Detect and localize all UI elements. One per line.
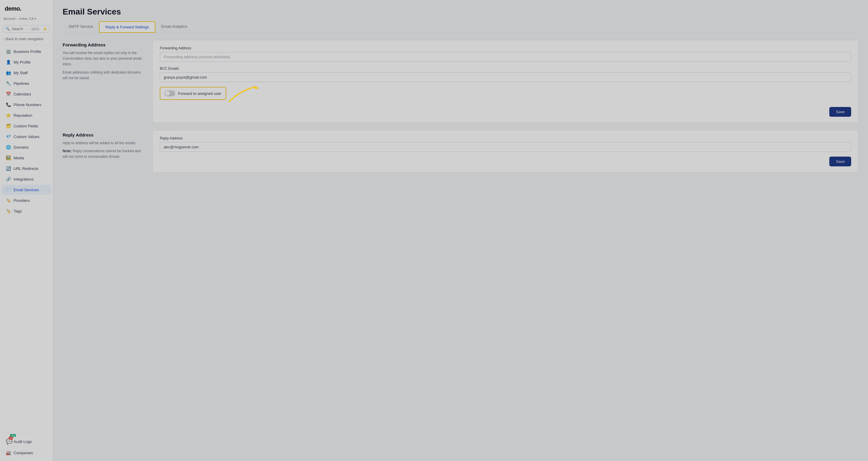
forwarding-card-footer: Save bbox=[160, 107, 851, 117]
new-badge: new bbox=[10, 434, 16, 437]
forwarding-address-group: Forwarding Address bbox=[160, 46, 851, 62]
yellow-arrow-annotation bbox=[226, 84, 259, 105]
account-label: Account -- Irvine, CA bbox=[4, 17, 33, 20]
sidebar-item-phone-numbers[interactable]: 📞 Phone Numbers bbox=[2, 99, 51, 110]
reply-address-section: Reply Address reply-to address will be a… bbox=[63, 130, 859, 173]
toggle-label: Forward to assigned user bbox=[178, 91, 221, 96]
reply-note: Note: Reply conversations cannot be trac… bbox=[63, 148, 145, 160]
back-nav-label: Back to main navigation bbox=[6, 37, 43, 41]
sidebar-bottom: 💬 12 new Audit Logs 🏭 Companies bbox=[0, 432, 53, 461]
companies-icon: 🏭 bbox=[6, 450, 11, 455]
content-area: Forwarding Address You will receive the … bbox=[53, 33, 868, 461]
sidebar-item-label: Tags bbox=[13, 209, 22, 213]
sidebar-item-my-staff[interactable]: 👥 My Staff bbox=[2, 68, 51, 78]
sidebar-item-label: Custom Values bbox=[13, 135, 39, 139]
reply-address-description: Reply Address reply-to address will be a… bbox=[63, 130, 145, 173]
reply-address-card: Reply Address Save bbox=[152, 130, 859, 173]
integrations-icon: 🔗 bbox=[6, 177, 11, 181]
sidebar-item-tags[interactable]: 🏷️ Tags bbox=[2, 206, 51, 216]
bcc-emails-label: BCC Emails bbox=[160, 66, 851, 70]
back-nav[interactable]: ‹ Back to main navigation bbox=[0, 35, 53, 44]
pipelines-icon: 🔧 bbox=[6, 81, 11, 86]
reply-address-label: Reply Address bbox=[160, 136, 851, 140]
sidebar-item-my-profile[interactable]: 👤 My Profile bbox=[2, 57, 51, 67]
reply-address-input[interactable] bbox=[160, 142, 851, 152]
sidebar-item-integrations[interactable]: 🔗 Integrations bbox=[2, 174, 51, 184]
sidebar-item-custom-fields[interactable]: 🗂️ Custom Fields bbox=[2, 121, 51, 131]
my-staff-icon: 👥 bbox=[6, 70, 11, 75]
url-redirects-icon: ↪️ bbox=[6, 166, 11, 171]
sidebar-item-label: My Staff bbox=[13, 70, 28, 75]
sidebar-item-label: URL Redirects bbox=[13, 166, 38, 171]
sidebar-item-media[interactable]: 🖼️ Media bbox=[2, 153, 51, 163]
forwarding-desc-2: Email addresses colliding with dedicated… bbox=[63, 70, 145, 81]
reply-desc-1: reply-to address will be added to all th… bbox=[63, 140, 145, 146]
search-shortcut: ctrl K bbox=[31, 27, 40, 31]
sidebar-item-label: Phone Numbers bbox=[13, 103, 41, 107]
main-content: Email Services SMTP Service Reply & Forw… bbox=[53, 0, 868, 461]
forwarding-desc-1: You will receive the email replies not o… bbox=[63, 50, 145, 67]
sidebar-item-label: My Profile bbox=[13, 60, 31, 64]
bcc-emails-input[interactable] bbox=[160, 73, 851, 82]
forwarding-save-button[interactable]: Save bbox=[829, 107, 851, 117]
sidebar-item-email-services[interactable]: ✉️ Email Services bbox=[2, 185, 51, 195]
sidebar-item-providers[interactable]: 🏷️ Providers bbox=[2, 195, 51, 205]
reply-card-footer: Save bbox=[160, 156, 851, 166]
reputation-icon: ⭐ bbox=[6, 113, 11, 118]
sidebar-item-label: Domains bbox=[13, 145, 29, 149]
bcc-emails-group: BCC Emails bbox=[160, 66, 851, 82]
sidebar-divider bbox=[0, 45, 53, 45]
custom-values-icon: 💎 bbox=[6, 134, 11, 139]
search-bar[interactable]: 🔍 Search ctrl K ⚡ bbox=[3, 25, 50, 33]
app-logo: demo. bbox=[0, 0, 53, 15]
sidebar-item-label: Media bbox=[13, 156, 24, 160]
sidebar-item-label: Calendars bbox=[13, 92, 31, 96]
search-icon: 🔍 bbox=[6, 27, 10, 31]
forward-to-assigned-user-toggle-row: Forward to assigned user bbox=[160, 87, 226, 100]
toggle-container: Forward to assigned user bbox=[160, 87, 226, 105]
tab-smtp-service[interactable]: SMTP Service bbox=[63, 21, 99, 33]
forwarding-address-input[interactable] bbox=[160, 52, 851, 62]
search-label: Search bbox=[12, 27, 23, 31]
calendars-icon: 📅 bbox=[6, 92, 11, 96]
chevron-down-icon: ▾ bbox=[35, 17, 36, 20]
account-selector[interactable]: Account -- Irvine, CA ▾ bbox=[0, 15, 53, 23]
sidebar-item-business-profile[interactable]: 🏢 Business Profile bbox=[2, 47, 51, 56]
domains-icon: 🌐 bbox=[6, 145, 11, 149]
reply-note-text: Reply conversations cannot be tracked an… bbox=[63, 149, 141, 159]
forwarding-heading: Forwarding Address bbox=[63, 42, 145, 47]
forwarding-address-card: Forwarding Address BCC Emails bbox=[152, 40, 859, 123]
toggle-track bbox=[164, 90, 175, 96]
sidebar-item-companies[interactable]: 🏭 Companies bbox=[2, 448, 51, 458]
sidebar-item-label: Pipelines bbox=[13, 81, 29, 86]
sidebar-item-reputation[interactable]: ⭐ Reputation bbox=[2, 110, 51, 120]
sidebar-item-label: Custom Fields bbox=[13, 124, 38, 128]
email-services-icon: ✉️ bbox=[6, 188, 11, 192]
tab-email-analytics[interactable]: Email Analytics bbox=[155, 21, 193, 33]
sidebar-item-label: Companies bbox=[13, 451, 33, 455]
sidebar-item-pipelines[interactable]: 🔧 Pipelines bbox=[2, 78, 51, 88]
media-icon: 🖼️ bbox=[6, 155, 11, 160]
reply-save-button[interactable]: Save bbox=[829, 156, 851, 166]
business-profile-icon: 🏢 bbox=[6, 49, 11, 54]
sidebar-item-label: Reputation bbox=[13, 113, 32, 118]
chat-badge: 12 bbox=[8, 436, 13, 440]
sidebar-item-audit-logs[interactable]: 💬 12 new Audit Logs bbox=[2, 436, 51, 448]
sidebar-item-label: Email Services bbox=[13, 188, 39, 192]
sidebar-item-label: Providers bbox=[13, 198, 30, 203]
sidebar-item-label: Business Profile bbox=[13, 49, 41, 54]
reply-heading: Reply Address bbox=[63, 133, 145, 137]
page-header: Email Services SMTP Service Reply & Forw… bbox=[53, 0, 868, 33]
sidebar-item-label: Audit Logs bbox=[13, 439, 32, 444]
sidebar-item-custom-values[interactable]: 💎 Custom Values bbox=[2, 132, 51, 142]
sidebar-item-url-redirects[interactable]: ↪️ URL Redirects bbox=[2, 164, 51, 173]
custom-fields-icon: 🗂️ bbox=[6, 123, 11, 128]
sidebar-item-label: Integrations bbox=[13, 177, 34, 181]
tab-reply-forward-settings[interactable]: Reply & Forward Settings bbox=[99, 21, 155, 33]
reply-address-group: Reply Address bbox=[160, 136, 851, 152]
sidebar-item-domains[interactable]: 🌐 Domains bbox=[2, 142, 51, 152]
sidebar-item-calendars[interactable]: 📅 Calendars bbox=[2, 89, 51, 99]
svg-marker-0 bbox=[254, 85, 259, 89]
toggle-switch[interactable] bbox=[164, 90, 175, 96]
my-profile-icon: 👤 bbox=[6, 60, 11, 64]
